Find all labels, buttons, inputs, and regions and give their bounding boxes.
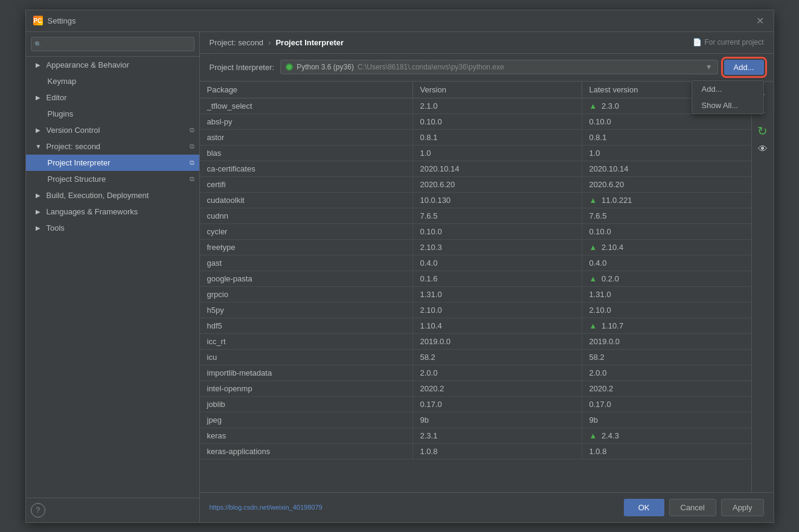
copy-icon: ⧉ — [190, 126, 194, 134]
dialog-title: Settings — [48, 16, 76, 25]
package-name: astor — [200, 130, 413, 145]
table-row[interactable]: hdf51.10.4▲ 1.10.7 — [200, 318, 751, 334]
sidebar-item-editor[interactable]: ▶ Editor — [26, 89, 199, 106]
copy-icon: ⧉ — [190, 175, 194, 183]
sidebar-item-tools[interactable]: ▶ Tools — [26, 220, 199, 236]
table-row[interactable]: cudatoolkit10.0.130▲ 11.0.221 — [200, 193, 751, 208]
for-current-label: For current project — [704, 38, 763, 46]
package-latest: 1.0.8 — [582, 444, 751, 459]
package-latest: 2019.0.0 — [582, 334, 751, 349]
table-row[interactable]: blas1.01.0 — [200, 146, 751, 161]
sidebar: ▶ Appearance & Behavior Keymap ▶ Editor … — [26, 32, 200, 522]
sidebar-item-keymap[interactable]: Keymap — [26, 73, 199, 89]
sidebar-item-version-control[interactable]: ▶ Version Control ⧉ — [26, 122, 199, 138]
sidebar-items: ▶ Appearance & Behavior Keymap ▶ Editor … — [26, 57, 199, 498]
table-row[interactable]: freetype2.10.3▲ 2.10.4 — [200, 240, 751, 255]
sidebar-item-project-structure[interactable]: Project Structure ⧉ — [26, 171, 199, 187]
expand-arrow: ▶ — [36, 94, 43, 101]
table-row[interactable]: icc_rt2019.0.02019.0.0 — [200, 334, 751, 350]
package-version: 0.10.0 — [413, 224, 582, 239]
dialog-footer: https://blog.csdn.net/weixin_40198079 OK… — [200, 492, 774, 522]
package-version: 2.0.0 — [413, 365, 582, 380]
package-name: keras — [200, 428, 413, 443]
package-version: 0.4.0 — [413, 255, 582, 271]
sidebar-bottom: ? — [26, 498, 199, 522]
package-latest: 2.10.0 — [582, 303, 751, 318]
package-latest: 2.0.0 — [582, 365, 751, 380]
table-row[interactable]: cycler0.10.00.10.0 — [200, 224, 751, 240]
package-version: 2.10.3 — [413, 240, 582, 255]
table-row[interactable]: gast0.4.00.4.0 — [200, 255, 751, 271]
col-package: Package — [200, 82, 413, 98]
package-name: h5py — [200, 303, 413, 318]
expand-arrow: ▼ — [36, 143, 43, 150]
table-row[interactable]: importlib-metadata2.0.02.0.0 — [200, 365, 751, 381]
package-version: 1.10.4 — [413, 318, 582, 333]
breadcrumb-project: Project: second — [210, 38, 264, 47]
table-row[interactable]: certifi2020.6.202020.6.20 — [200, 177, 751, 193]
show-installed-button[interactable]: 👁 — [754, 141, 771, 158]
package-version: 2020.10.14 — [413, 161, 582, 176]
package-name: cudatoolkit — [200, 193, 413, 208]
package-version: 0.10.0 — [413, 114, 582, 129]
table-row[interactable]: cudnn7.6.57.6.5 — [200, 208, 751, 224]
table-row[interactable]: keras-applications1.0.81.0.8 — [200, 444, 751, 460]
settings-dialog: PC Settings ✕ ▶ Appearance & Behavior Ke… — [25, 10, 774, 523]
table-row[interactable]: google-pasta0.1.6▲ 0.2.0 — [200, 271, 751, 287]
expand-arrow: ▶ — [36, 62, 43, 68]
close-button[interactable]: ✕ — [754, 14, 766, 27]
package-name: intel-openmp — [200, 381, 413, 396]
package-version: 2020.6.20 — [413, 177, 582, 192]
package-latest: 9b — [582, 412, 751, 428]
ok-button[interactable]: OK — [624, 499, 664, 516]
help-button[interactable]: ? — [31, 503, 45, 518]
expand-arrow: ▶ — [36, 192, 43, 199]
search-wrap — [31, 37, 194, 51]
package-version: 2020.2 — [413, 381, 582, 396]
table-row[interactable]: icu58.258.2 — [200, 350, 751, 365]
interpreter-select[interactable]: Python 3.6 (py36) C:\Users\86181\.conda\… — [280, 60, 717, 74]
update-arrow-icon: ▲ — [589, 274, 599, 283]
package-version: 9b — [413, 412, 582, 428]
table-row[interactable]: ca-certificates2020.10.142020.10.14 — [200, 161, 751, 177]
update-arrow-icon: ▲ — [589, 101, 599, 111]
add-dropdown-item-show-all[interactable]: Show All... — [692, 97, 763, 114]
table-row[interactable]: grpcio1.31.01.31.0 — [200, 287, 751, 303]
table-row[interactable]: keras2.3.1▲ 2.4.3 — [200, 428, 751, 444]
table-row[interactable]: h5py2.10.02.10.0 — [200, 303, 751, 318]
sidebar-item-label: Build, Execution, Deployment — [47, 191, 149, 200]
table-row[interactable]: _tflow_select2.1.0▲ 2.3.0 — [200, 98, 751, 114]
add-dropdown-item-add[interactable]: Add... — [692, 81, 763, 97]
breadcrumb-bar: Project: second › Project Interpreter 📄 … — [200, 32, 774, 54]
package-table-wrap: Package Version Latest version _tflow_se… — [200, 82, 774, 492]
package-name: ca-certificates — [200, 161, 413, 176]
sidebar-item-appearance[interactable]: ▶ Appearance & Behavior — [26, 57, 199, 73]
package-latest: 0.4.0 — [582, 255, 751, 271]
add-dropdown-popup: Add... Show All... — [692, 80, 764, 114]
search-input[interactable] — [31, 37, 194, 51]
copy-icon: ⧉ — [190, 143, 194, 150]
cancel-button[interactable]: Cancel — [669, 499, 716, 516]
package-table-container: Package Version Latest version _tflow_se… — [200, 82, 751, 492]
package-name: keras-applications — [200, 444, 413, 459]
table-body: _tflow_select2.1.0▲ 2.3.0absl-py0.10.00.… — [200, 98, 751, 492]
sidebar-item-build-execution[interactable]: ▶ Build, Execution, Deployment — [26, 187, 199, 204]
sidebar-item-plugins[interactable]: Plugins — [26, 106, 199, 122]
sidebar-item-project-second[interactable]: ▼ Project: second ⧉ — [26, 138, 199, 155]
table-row[interactable]: intel-openmp2020.22020.2 — [200, 381, 751, 397]
table-row[interactable]: jpeg9b9b — [200, 412, 751, 428]
update-arrow-icon: ▲ — [589, 243, 599, 252]
sidebar-item-label: Project Structure — [48, 175, 106, 184]
table-row[interactable]: astor0.8.10.8.1 — [200, 130, 751, 146]
update-arrow-icon: ▲ — [589, 321, 599, 330]
package-name: google-pasta — [200, 271, 413, 286]
table-row[interactable]: joblib0.17.00.17.0 — [200, 397, 751, 412]
dialog-body: ▶ Appearance & Behavior Keymap ▶ Editor … — [26, 32, 774, 522]
table-row[interactable]: absl-py0.10.00.10.0 — [200, 114, 751, 130]
apply-button[interactable]: Apply — [721, 499, 764, 516]
sidebar-item-project-interpreter[interactable]: Project Interpreter ⧉ — [26, 155, 199, 171]
package-latest: ▲ 11.0.221 — [582, 193, 751, 208]
sidebar-item-languages[interactable]: ▶ Languages & Frameworks — [26, 204, 199, 220]
refresh-packages-button[interactable]: ↻ — [754, 123, 771, 139]
add-interpreter-button[interactable]: Add... — [724, 60, 764, 75]
